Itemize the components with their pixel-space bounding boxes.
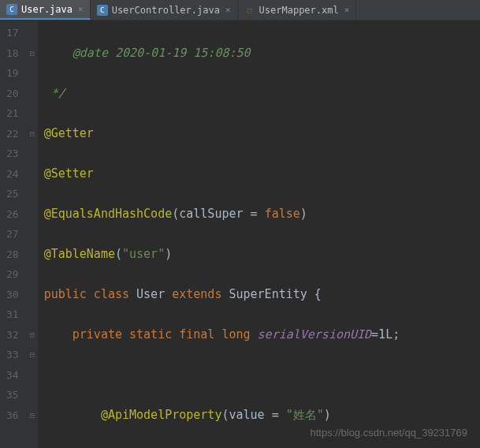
xml-file-icon: ⬚	[244, 5, 255, 16]
close-icon[interactable]: ×	[78, 4, 84, 14]
java-class-icon: C	[97, 5, 108, 16]
tab-usercontroller-java[interactable]: C UserController.java ×	[91, 0, 238, 20]
code-area[interactable]: @date 2020-01-19 15:08:50 */ @Getter @Se…	[38, 21, 400, 448]
tab-label: UserController.java	[112, 5, 220, 16]
watermark-text: https://blog.csdn.net/qq_39231769	[311, 427, 468, 439]
tab-usermapper-xml[interactable]: ⬚ UserMapper.xml ×	[238, 0, 357, 20]
close-icon[interactable]: ×	[225, 5, 231, 15]
fold-gutter: ⊟⊟⊟⊟⊟	[27, 21, 38, 448]
editor-tabs: C User.java × C UserController.java × ⬚ …	[0, 0, 480, 21]
tab-label: User.java	[21, 4, 73, 15]
fold-icon[interactable]: ⊟	[27, 124, 38, 144]
line-number-gutter: 1718192021222324252627282930313233343536	[0, 21, 27, 448]
fold-icon[interactable]: ⊟	[27, 345, 38, 365]
java-class-icon: C	[6, 4, 17, 15]
tab-user-java[interactable]: C User.java ×	[0, 0, 91, 20]
close-icon[interactable]: ×	[344, 5, 350, 15]
fold-icon[interactable]: ⊟	[27, 405, 38, 426]
fold-icon[interactable]: ⊟	[27, 43, 38, 64]
fold-icon[interactable]: ⊟	[27, 325, 38, 345]
tab-label: UserMapper.xml	[259, 5, 339, 16]
code-editor[interactable]: 1718192021222324252627282930313233343536…	[0, 21, 480, 448]
